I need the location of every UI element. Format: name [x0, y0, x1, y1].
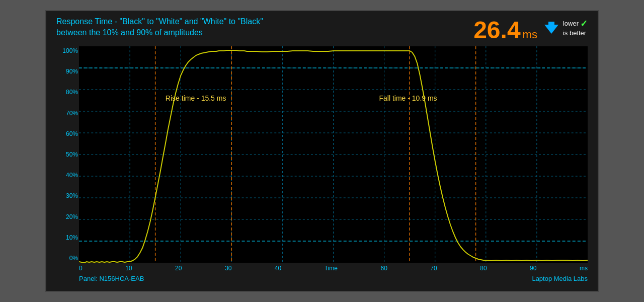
chart-container: Response Time - "Black" to "White" and "…	[45, 10, 599, 292]
svg-marker-0	[544, 22, 558, 34]
response-time-unit: ms	[523, 28, 537, 41]
x-axis-ticks: 0 10 20 30 40 Time 60 70 80 90 ms	[79, 263, 588, 272]
x-tick-80: 80	[480, 265, 487, 272]
title: Response Time - "Black" to "White" and "…	[56, 16, 263, 39]
footer-labels: Panel: N156HCA-EAB Laptop Media Labs	[79, 275, 588, 282]
chart-plot-area: Rise time - 15.5 ms Fall time - 10.9 ms	[79, 46, 588, 263]
y-tick-80: 80%	[53, 89, 78, 96]
y-tick-0: 0%	[53, 255, 78, 262]
x-tick-20: 20	[175, 265, 182, 272]
y-axis-ticks: 100% 90% 80% 70% 60% 50% 40% 30% 20% 10%…	[53, 46, 78, 263]
response-time-value: 26.4 ms	[473, 16, 537, 44]
chart-svg	[79, 46, 588, 263]
arrow-down-icon	[542, 19, 560, 37]
y-tick-40: 40%	[53, 172, 78, 179]
x-tick-90: 90	[530, 265, 536, 272]
y-tick-50: 50%	[53, 151, 78, 158]
header-area: Response Time - "Black" to "White" and "…	[51, 16, 593, 44]
x-tick-60: 60	[380, 265, 387, 272]
lower-better-badge: lower ✓ is better	[542, 18, 588, 38]
y-tick-100: 100%	[53, 47, 78, 54]
x-tick-ms: ms	[580, 265, 588, 272]
x-tick-10: 10	[125, 265, 132, 272]
fall-time-text: Fall time - 10.9 ms	[379, 94, 437, 102]
better-text: is better	[563, 29, 588, 38]
x-tick-time: Time	[325, 265, 338, 272]
x-tick-40: 40	[275, 265, 281, 272]
brand-label: Laptop Media Labs	[532, 275, 588, 282]
panel-label: Panel: N156HCA-EAB	[79, 275, 144, 282]
y-tick-30: 30%	[53, 192, 78, 199]
x-tick-70: 70	[430, 265, 437, 272]
x-tick-0: 0	[79, 265, 83, 272]
y-tick-70: 70%	[53, 110, 78, 117]
y-tick-10: 10%	[53, 234, 78, 241]
title-line1: Response Time - "Black" to "White" and "…	[56, 16, 263, 27]
chart-wrapper: Luminance 100% 90% 80% 70% 60% 50% 40% 3…	[79, 46, 593, 282]
rise-time-text: Rise time - 15.5 ms	[166, 94, 226, 102]
response-time-number: 26.4	[473, 16, 520, 44]
y-tick-60: 60%	[53, 130, 78, 137]
y-tick-90: 90%	[53, 68, 78, 75]
y-tick-20: 20%	[53, 213, 78, 220]
x-tick-30: 30	[225, 265, 231, 272]
check-icon: ✓	[580, 18, 588, 29]
lower-text: lower	[563, 20, 579, 28]
title-line2: between the 10% and 90% of amplitudes	[56, 27, 263, 38]
rise-time-label: Rise time - 15.5 ms	[166, 94, 226, 102]
fall-time-label: Fall time - 10.9 ms	[379, 94, 437, 102]
